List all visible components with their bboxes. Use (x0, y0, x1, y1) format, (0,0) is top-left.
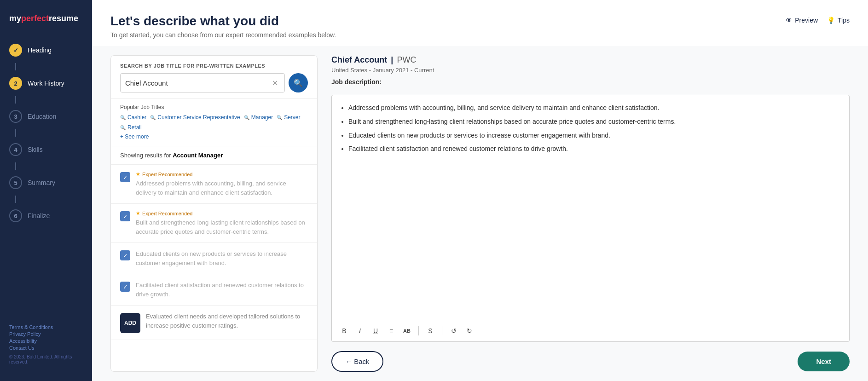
preview-button[interactable]: 👁 Preview (786, 17, 818, 24)
checkbox-4[interactable]: ✓ (120, 282, 130, 292)
expert-label-2: Expert Recommended (142, 211, 192, 216)
star-icon-1: ★ (136, 171, 140, 177)
back-button[interactable]: ← Back (331, 351, 383, 372)
top-bar: Let's describe what you did To get start… (92, 0, 868, 46)
footer-accessibility[interactable]: Accessibility (9, 338, 83, 344)
editor-container: Addressed problems with accounting, bill… (331, 95, 850, 342)
result-item-3: ✓ Educated clients on new products or se… (111, 243, 317, 274)
page-heading: Let's describe what you did To get start… (110, 14, 336, 39)
popular-label: Popular Job Titles (120, 104, 308, 110)
job-separator: | (391, 55, 393, 65)
top-actions: 👁 Preview 💡 Tips (786, 14, 850, 24)
result-text-wrap-4: Facilitated client satisfaction and rene… (136, 281, 308, 299)
tips-button[interactable]: 💡 Tips (827, 17, 850, 24)
search-submit-button[interactable]: 🔍 (289, 73, 308, 92)
tag-csr[interactable]: 🔍 Customer Service Representative (150, 114, 240, 121)
sidebar-label-skills: Skills (28, 146, 43, 153)
logo-resume: resume (49, 14, 78, 23)
list-button[interactable]: ≡ (384, 324, 398, 338)
sidebar-item-work-history[interactable]: 2 Work History (0, 70, 92, 96)
sidebar-item-education[interactable]: 3 Education (0, 104, 92, 129)
lightbulb-icon: 💡 (827, 17, 835, 24)
popular-tags: 🔍 Cashier 🔍 Customer Service Representat… (120, 114, 308, 131)
step-education-indicator: 3 (9, 110, 22, 123)
nav-connector-2 (15, 96, 16, 104)
toolbar-divider-2 (442, 326, 442, 335)
search-label: SEARCH BY JOB TITLE FOR PRE-WRITTEN EXAM… (120, 63, 308, 69)
result-text-4: Facilitated client satisfaction and rene… (136, 281, 308, 299)
tag-manager-label: Manager (251, 114, 273, 121)
next-button[interactable]: Next (798, 352, 850, 371)
strikethrough-button[interactable]: S (423, 324, 437, 338)
logo: myperfectresume (0, 9, 92, 37)
tag-cashier[interactable]: 🔍 Cashier (120, 114, 146, 121)
result-text-2: Built and strengthened long-lasting clie… (136, 218, 308, 236)
sidebar-item-skills[interactable]: 4 Skills (0, 137, 92, 162)
search-mini-icon-4: 🔍 (277, 115, 282, 120)
underline-button[interactable]: U (369, 324, 382, 338)
search-input[interactable] (125, 79, 270, 87)
see-more-link[interactable]: + See more (120, 133, 149, 140)
job-title: Chief Account (331, 55, 387, 65)
tag-server-label: Server (284, 114, 300, 121)
search-mini-icon-2: 🔍 (150, 115, 156, 120)
add-button-5[interactable]: ADD (120, 313, 140, 333)
results-header: Showing results for Account Manager (111, 146, 317, 165)
star-icon-2: ★ (136, 210, 140, 216)
preview-label: Preview (795, 17, 818, 24)
checkbox-1[interactable]: ✓ (120, 172, 130, 182)
footer-contact[interactable]: Contact Us (9, 345, 83, 351)
result-text-3: Educated clients on new products or serv… (136, 249, 308, 267)
editor-content[interactable]: Addressed problems with accounting, bill… (332, 95, 849, 320)
check-icon-3: ✓ (123, 252, 128, 259)
job-panel: Chief Account | PWC United States - Janu… (331, 55, 850, 372)
job-desc-label: Job description: (331, 78, 850, 86)
bullet-4: Facilitated client satisfaction and rene… (348, 144, 842, 155)
job-meta-sep: - (369, 67, 373, 74)
sidebar-label-work-history: Work History (28, 80, 64, 87)
popular-section: Popular Job Titles 🔍 Cashier 🔍 Customer … (111, 98, 317, 146)
results-term: Account Manager (173, 152, 223, 159)
tag-server[interactable]: 🔍 Server (277, 114, 300, 121)
search-input-wrap: ✕ (120, 73, 285, 92)
step-work-history-indicator: 2 (9, 77, 22, 90)
tag-retail-label: Retail (127, 124, 142, 131)
logo-perfect: perfect (21, 14, 49, 23)
spellcheck-button[interactable]: AB (400, 324, 414, 338)
bullet-2: Built and strengthened long-lasting clie… (348, 116, 842, 127)
bullet-1: Addressed problems with accounting, bill… (348, 103, 842, 114)
content-area: SEARCH BY JOB TITLE FOR PRE-WRITTEN EXAM… (92, 46, 868, 381)
tag-retail[interactable]: 🔍 Retail (120, 124, 142, 131)
result-text-wrap-1: ★ Expert Recommended Addressed problems … (136, 171, 308, 197)
main-content: Let's describe what you did To get start… (92, 0, 868, 381)
job-meta-sep2: - (411, 67, 414, 74)
checkbox-3[interactable]: ✓ (120, 250, 130, 260)
sidebar-item-finalize[interactable]: 6 Finalize (0, 203, 92, 229)
search-mini-icon-3: 🔍 (244, 115, 249, 120)
editor-toolbar: B I U ≡ AB S ↺ ↻ (332, 320, 849, 341)
job-date-from: January 2021 (373, 67, 409, 74)
sidebar-item-heading[interactable]: ✓ Heading (0, 37, 92, 63)
undo-button[interactable]: ↺ (447, 324, 461, 338)
result-text-wrap-3: Educated clients on new products or serv… (136, 249, 308, 267)
result-text-1: Addressed problems with accounting, bill… (136, 179, 308, 197)
job-company: PWC (397, 55, 416, 65)
page-subtitle: To get started, you can choose from our … (110, 31, 336, 39)
italic-button[interactable]: I (353, 324, 367, 338)
result-text-wrap-5: Evaluated client needs and developed tai… (146, 312, 308, 330)
sidebar-label-summary: Summary (28, 179, 55, 186)
checkbox-2[interactable]: ✓ (120, 211, 130, 221)
footer-terms[interactable]: Terms & Conditions (9, 324, 83, 330)
sidebar-label-heading: Heading (28, 46, 52, 54)
redo-button[interactable]: ↻ (463, 324, 476, 338)
clear-search-button[interactable]: ✕ (270, 79, 280, 87)
job-title-line: Chief Account | PWC (331, 55, 850, 65)
result-item-1: ✓ ★ Expert Recommended Addressed problem… (111, 165, 317, 204)
bottom-actions: ← Back Next (331, 342, 850, 372)
footer-privacy[interactable]: Privacy Policy (9, 331, 83, 337)
tag-manager[interactable]: 🔍 Manager (244, 114, 273, 121)
list-icon: ≡ (389, 327, 393, 335)
step-summary-indicator: 5 (9, 176, 22, 189)
sidebar-item-summary[interactable]: 5 Summary (0, 170, 92, 196)
bold-button[interactable]: B (337, 324, 351, 338)
